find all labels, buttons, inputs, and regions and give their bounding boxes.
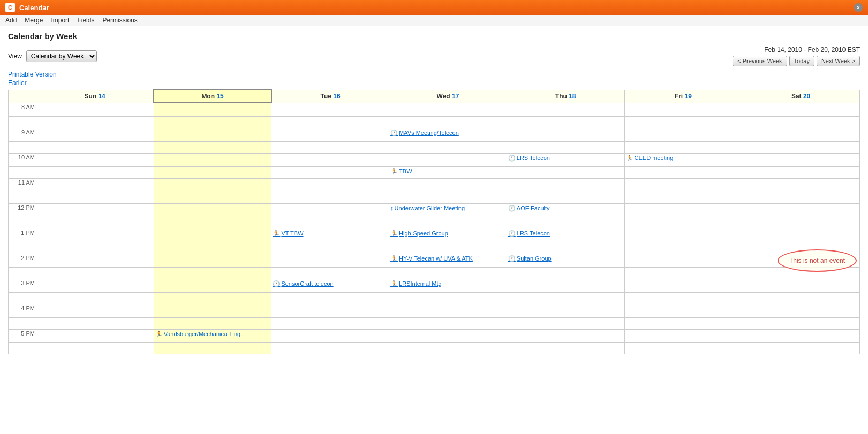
event-highspeed[interactable]: 🏃 High-Speed Group <box>390 230 505 237</box>
view-select[interactable]: Calendar by Week Calendar by Day Calenda… <box>26 50 97 62</box>
10h30-thu <box>507 166 624 178</box>
event-clock-icon-2: 🕐 <box>508 154 516 162</box>
toolbar-fields[interactable]: Fields <box>77 17 94 24</box>
8h30-mon <box>154 116 271 128</box>
time-half-5pm <box>9 342 36 354</box>
wed-link[interactable]: 17 <box>452 93 459 100</box>
2h30-wed <box>389 267 507 279</box>
tue-link[interactable]: 16 <box>333 93 340 100</box>
header-wed: Wed 17 <box>389 90 507 103</box>
10h30-sat <box>742 166 860 178</box>
3h30-sun <box>36 292 154 304</box>
event-lrs-telecon-thu2-link[interactable]: LRS Telecon <box>517 230 550 237</box>
1h30-sun <box>36 242 154 254</box>
10am-tue <box>271 153 389 166</box>
next-week-button[interactable]: Next Week > <box>817 56 860 66</box>
event-underwater[interactable]: ↕ Underwater Glider Meeting <box>390 204 505 212</box>
event-ceed[interactable]: 🏃 CEED meeting <box>626 154 741 162</box>
event-highspeed-link[interactable]: High-Speed Group <box>399 230 448 237</box>
event-aoe-link[interactable]: AOE Faculty <box>517 204 550 212</box>
prev-week-button[interactable]: < Previous Week <box>733 56 787 66</box>
today-button[interactable]: Today <box>789 56 814 66</box>
thu-link[interactable]: 18 <box>569 93 576 100</box>
event-hyv-link[interactable]: HY-V Telecan w/ UVA & ATK <box>399 255 473 262</box>
event-vandsburger[interactable]: 🏃 Vandsburger/Mechanical Eng. <box>155 330 270 338</box>
8am-sat <box>742 103 860 116</box>
event-vt-tbw[interactable]: 🏃 VT TBW <box>273 230 388 237</box>
4pm-sat <box>742 304 860 317</box>
event-run-icon: 🏃 <box>626 154 633 162</box>
9h30-sun <box>36 141 154 153</box>
printable-version-link[interactable]: Printable Version <box>8 71 57 78</box>
time-half-1pm <box>9 242 36 254</box>
4pm-sun <box>36 304 154 317</box>
event-vandsburger-link[interactable]: Vandsburger/Mechanical Eng. <box>164 330 243 338</box>
event-ceed-link[interactable]: CEED meeting <box>635 154 674 162</box>
hour-8am: 8 AM <box>9 103 860 116</box>
11am-wed <box>389 178 507 192</box>
2h30-tue <box>271 267 389 279</box>
event-tbw[interactable]: 🏃 TBW <box>390 167 505 175</box>
event-lrs-telecon-thu2[interactable]: 🕐 LRS Telecon <box>508 230 623 237</box>
close-button[interactable]: × <box>854 3 863 12</box>
5h30-tue <box>271 342 389 354</box>
event-sultan-link[interactable]: Sultan Group <box>517 255 552 262</box>
time-header <box>9 90 36 103</box>
mon-link[interactable]: 15 <box>216 93 223 100</box>
toolbar-add[interactable]: Add <box>5 17 17 24</box>
earlier-link[interactable]: Earlier <box>8 79 860 87</box>
half-1pm <box>9 242 860 254</box>
12h30-thu <box>507 217 624 229</box>
9am-tue <box>271 128 389 141</box>
time-half-11am <box>9 192 36 203</box>
event-lrs-internal[interactable]: 🏃 LRSInternal Mtg <box>390 280 505 287</box>
4h30-mon <box>154 317 271 329</box>
event-aoe[interactable]: 🕐 AOE Faculty <box>508 204 623 212</box>
8h30-thu <box>507 116 624 128</box>
event-mavs[interactable]: 🕐 MAVs Meeting/Telecon <box>390 129 505 136</box>
header-mon: Mon 15 <box>154 90 271 103</box>
view-row: View Calendar by Week Calendar by Day Ca… <box>8 46 860 66</box>
half-3pm <box>9 292 860 304</box>
2pm-tue <box>271 254 389 267</box>
event-underwater-link[interactable]: Underwater Glider Meeting <box>395 204 465 212</box>
3pm-mon <box>154 279 271 292</box>
event-sultan[interactable]: 🕐 Sultan Group <box>508 255 623 262</box>
5pm-thu <box>507 329 624 342</box>
event-sensorcraft[interactable]: 🕐 SensorCraft telecon <box>273 280 388 287</box>
5pm-wed <box>389 329 507 342</box>
sat-link[interactable]: 20 <box>803 93 810 100</box>
time-4pm: 4 PM <box>9 304 36 317</box>
11h30-mon <box>154 192 271 203</box>
event-tbw-link[interactable]: TBW <box>399 167 412 175</box>
event-mavs-link[interactable]: MAVs Meeting/Telecon <box>399 129 459 136</box>
event-lrs-internal-link[interactable]: LRSInternal Mtg <box>399 280 441 287</box>
event-sensorcraft-link[interactable]: SensorCraft telecon <box>281 280 333 287</box>
8h30-wed <box>389 116 507 128</box>
toolbar-import[interactable]: Import <box>51 17 69 24</box>
time-12pm: 12 PM <box>9 203 36 217</box>
10am-mon <box>154 153 271 166</box>
3h30-wed <box>389 292 507 304</box>
8h30-sun <box>36 116 154 128</box>
fri-link[interactable]: 19 <box>685 93 692 100</box>
12h30-wed <box>389 217 507 229</box>
sun-link[interactable]: 14 <box>98 93 105 100</box>
8am-thu <box>507 103 624 116</box>
5h30-mon <box>154 342 271 354</box>
event-hyv[interactable]: 🏃 HY-V Telecan w/ UVA & ATK <box>390 255 505 262</box>
8am-tue <box>271 103 389 116</box>
4pm-wed <box>389 304 507 317</box>
11am-thu <box>507 178 624 192</box>
event-lrs-telecon-thu[interactable]: 🕐 LRS Telecon <box>508 154 623 162</box>
1h30-fri <box>624 242 742 254</box>
toolbar-permissions[interactable]: Permissions <box>102 17 137 24</box>
links-row: Printable Version Earlier <box>8 71 860 87</box>
1pm-fri <box>624 229 742 242</box>
event-lrs-telecon-thu-link[interactable]: LRS Telecon <box>517 154 550 162</box>
4h30-fri <box>624 317 742 329</box>
event-vt-tbw-link[interactable]: VT TBW <box>281 230 303 237</box>
3h30-thu <box>507 292 624 304</box>
toolbar-merge[interactable]: Merge <box>25 17 43 24</box>
event-clock-icon-6: 🕐 <box>273 280 280 287</box>
